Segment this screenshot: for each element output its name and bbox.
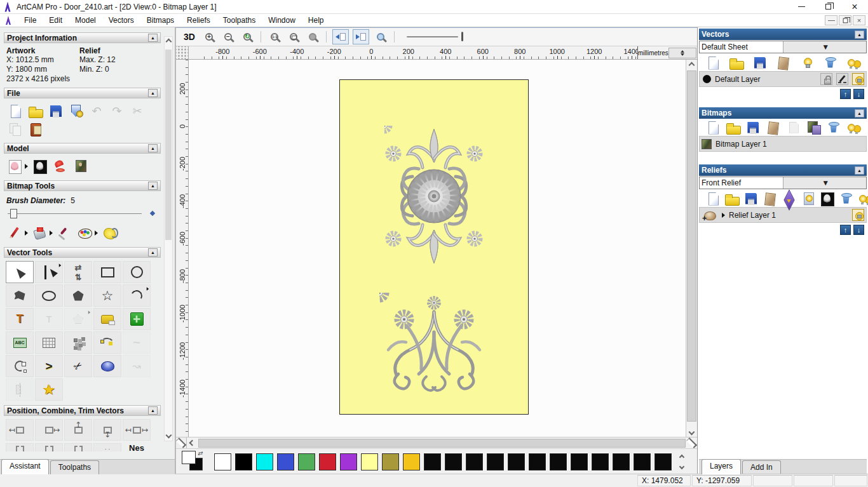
block-paste-tool[interactable] — [64, 331, 92, 354]
merge-relief-layers-button[interactable] — [762, 191, 777, 206]
model-properties-button[interactable] — [68, 103, 85, 119]
select-vectors-tool[interactable] — [6, 261, 34, 283]
collapse-button[interactable]: ▲ — [148, 182, 158, 190]
tab-assistant[interactable]: Assistant — [1, 459, 49, 474]
menu-window[interactable]: Window — [262, 15, 302, 26]
vector-layer-name[interactable]: Default Layer — [715, 75, 817, 84]
palette-swatch[interactable] — [403, 453, 420, 470]
centre-in-page2-button[interactable] — [35, 443, 63, 451]
open-vector-layers-button[interactable] — [728, 55, 743, 70]
palette-swatch[interactable] — [340, 453, 357, 470]
open-model-button[interactable] — [27, 103, 44, 119]
palette-swatch[interactable] — [319, 453, 336, 470]
zoom-out-button[interactable]: − — [220, 30, 236, 44]
undo-button[interactable]: ↶ — [88, 103, 105, 119]
palette-scroll-up-button[interactable] — [677, 453, 687, 461]
vertical-scrollbar[interactable] — [686, 60, 697, 437]
lock-layer-button[interactable] — [820, 73, 832, 85]
greyscale-relief-button[interactable] — [819, 191, 834, 206]
drawing-canvas[interactable] — [189, 60, 686, 437]
transform-vectors-tool[interactable] — [64, 261, 92, 283]
paste-button[interactable] — [27, 121, 44, 137]
extend-curve-tool[interactable]: ↝ — [123, 355, 151, 377]
zoom-objects-button[interactable] — [305, 30, 320, 44]
palette-swatch[interactable] — [550, 453, 567, 470]
move-relief-up-button[interactable]: ↑ — [840, 225, 851, 235]
delete-bitmap-layer-button[interactable] — [825, 120, 841, 135]
transfer-relief-button[interactable] — [781, 191, 796, 206]
menu-model[interactable]: Model — [69, 15, 102, 26]
next-bitmap-layer-button[interactable] — [353, 29, 369, 44]
toggle-all-bitmap-layers-button[interactable] — [846, 120, 861, 135]
fit-curve-tool[interactable] — [93, 331, 121, 354]
menu-reliefs[interactable]: Reliefs — [180, 15, 217, 26]
menu-toolpaths[interactable]: Toolpaths — [217, 15, 262, 26]
tab-toolpaths[interactable]: Toolpaths — [50, 460, 99, 474]
edit-layer-button[interactable] — [836, 73, 848, 85]
collapse-button[interactable]: ▲ — [148, 248, 158, 257]
layer-colour-icon[interactable] — [703, 75, 711, 83]
paste-text-tool[interactable]: ABC — [6, 331, 34, 354]
scroll-up-button[interactable] — [165, 39, 172, 44]
scroll-right-button[interactable] — [686, 437, 697, 448]
open-relief-layer-button[interactable] — [724, 191, 739, 206]
move-layer-up-button[interactable]: ↑ — [840, 89, 851, 99]
align-centre-button[interactable] — [123, 419, 151, 441]
palette-swatch[interactable] — [592, 453, 609, 470]
merge-vector-layers-button[interactable] — [775, 55, 790, 70]
previous-bitmap-layer-button[interactable] — [332, 29, 349, 44]
toggle-layer-visibility-button[interactable] — [799, 55, 814, 70]
expand-icon[interactable] — [722, 213, 725, 218]
collapse-button[interactable]: ▲ — [855, 109, 864, 117]
align-left-button[interactable] — [6, 419, 34, 441]
move-layer-down-button[interactable]: ↓ — [853, 89, 864, 99]
relief-visibility-button[interactable] — [852, 209, 864, 221]
delete-vector-layer-button[interactable] — [822, 55, 837, 70]
scrollbar-thumb[interactable] — [687, 70, 696, 422]
colour-palette-button[interactable] — [77, 225, 98, 241]
create-polyline-tool[interactable] — [6, 284, 34, 307]
bitmap-layer-row[interactable]: Bitmap Layer 1 — [699, 136, 867, 152]
reduce-colours-button[interactable] — [102, 225, 118, 241]
fit-arcs-tool[interactable] — [6, 355, 34, 377]
create-circle-tool[interactable] — [123, 261, 151, 283]
centre-in-page-button[interactable] — [6, 443, 34, 451]
node-editing-tool[interactable] — [35, 261, 63, 283]
slider-handle[interactable] — [10, 209, 17, 218]
new-model-button[interactable] — [7, 103, 24, 119]
palette-scroll-down-button[interactable] — [677, 462, 687, 470]
zoom-previous-button[interactable]: ↻ — [240, 30, 255, 44]
create-star-tool[interactable]: ☆ — [93, 284, 121, 307]
palette-swatch[interactable] — [235, 453, 252, 470]
palette-swatch[interactable] — [361, 453, 378, 470]
units-dropdown-icon[interactable] — [668, 48, 696, 58]
save-bitmap-layer-button[interactable] — [745, 120, 760, 135]
collapse-button[interactable]: ▲ — [855, 166, 864, 175]
minimize-button[interactable] — [788, 0, 815, 13]
create-text-tool[interactable]: T — [6, 308, 34, 330]
open-bitmap-layer-button[interactable] — [725, 120, 740, 135]
copy-button[interactable] — [7, 121, 24, 137]
palette-swatch[interactable] — [487, 453, 504, 470]
toggle-all-relief-layers-button[interactable] — [857, 191, 868, 206]
palette-swatch[interactable] — [529, 453, 546, 470]
create-ellipse-tool[interactable] — [35, 284, 63, 307]
create-arc-tool[interactable] — [123, 284, 151, 307]
horizontal-scrollbar[interactable] — [176, 437, 697, 448]
delete-relief-layer-button[interactable] — [838, 191, 853, 206]
scroll-up-button[interactable] — [686, 60, 697, 70]
mdi-minimize-button[interactable] — [825, 15, 837, 25]
brush-diameter-slider[interactable] — [5, 208, 159, 220]
palette-swatch[interactable] — [382, 453, 399, 470]
menu-vectors[interactable]: Vectors — [102, 15, 140, 26]
zoom-fit-button[interactable] — [286, 30, 301, 44]
paint-brush-button[interactable] — [7, 225, 28, 241]
scroll-down-button[interactable] — [165, 430, 172, 441]
align-bottom-button[interactable] — [93, 419, 121, 441]
block-copy-tool[interactable] — [123, 308, 151, 330]
palette-swatch[interactable] — [214, 453, 231, 470]
menu-bitmaps[interactable]: Bitmaps — [140, 15, 180, 26]
move-relief-down-button[interactable]: ↓ — [853, 225, 864, 235]
mdi-restore-button[interactable] — [839, 15, 851, 25]
vector-sheet-select[interactable]: Default Sheet ▼ — [699, 41, 867, 53]
